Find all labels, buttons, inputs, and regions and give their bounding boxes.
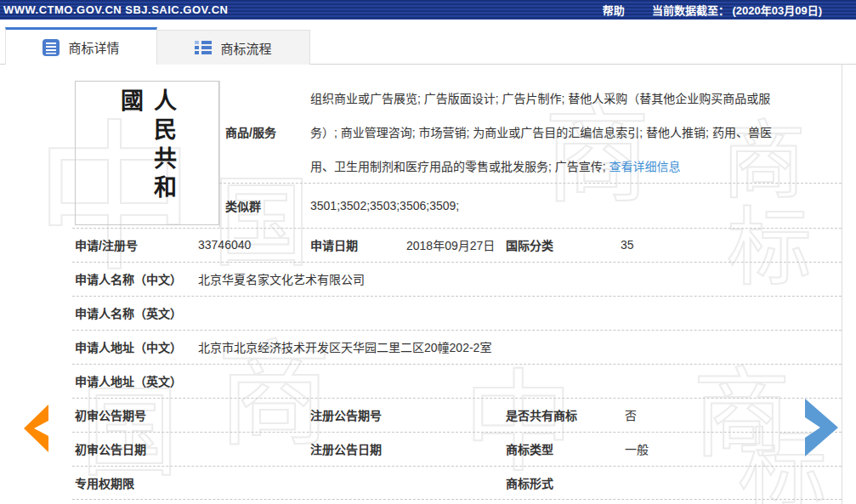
view-details-link[interactable]: 查看详细信息 bbox=[609, 160, 681, 173]
field-label-application-date: 申请日期 bbox=[310, 228, 358, 262]
field-value-goods-services: 组织商业或广告展览; 广告版面设计; 广告片制作; 替他人采购（替其他企业购买商… bbox=[310, 82, 774, 184]
row-separator bbox=[72, 262, 842, 263]
row-separator bbox=[72, 466, 842, 467]
tab-trademark-detail[interactable]: 商标详情 bbox=[5, 27, 157, 65]
field-label-applicant-name-en: 申请人名称（英文） bbox=[75, 296, 182, 330]
row-separator bbox=[72, 432, 842, 433]
field-value-application-number: 33746040 bbox=[198, 228, 251, 262]
data-cutoff-date: 当前数据截至： (2020年03月09日) bbox=[652, 2, 822, 18]
field-label-trademark-form: 商标形式 bbox=[506, 466, 553, 500]
field-label-prelim-gazette-date: 初审公告日期 bbox=[75, 432, 146, 466]
row-separator bbox=[72, 364, 842, 365]
field-label-exclusive-right-period: 专用权期限 bbox=[75, 466, 134, 500]
process-list-icon bbox=[195, 39, 212, 56]
field-value-is-shared-trademark: 否 bbox=[625, 398, 637, 432]
field-label-is-shared-trademark: 是否共有商标 bbox=[506, 398, 577, 432]
document-list-icon bbox=[43, 39, 60, 56]
field-value-similar-group: 3501;3502;3503;3506;3509; bbox=[310, 183, 459, 228]
previous-record-arrow[interactable] bbox=[23, 405, 49, 452]
trademark-detail-page: WWW.CTMO.GOV.CN SBJ.SAIC.GOV.CN 帮助 当前数据截… bbox=[0, 0, 856, 504]
goods-services-text: 组织商业或广告展览; 广告版面设计; 广告片制作; 替他人采购（替其他企业购买商… bbox=[310, 92, 772, 173]
field-label-prelim-gazette-no: 初审公告期号 bbox=[75, 398, 146, 432]
field-value-application-date: 2018年09月27日 bbox=[406, 228, 495, 262]
field-label-applicant-addr-en: 申请人地址（英文） bbox=[75, 364, 182, 398]
field-label-applicant-addr-cn: 申请人地址（中文） bbox=[75, 330, 182, 364]
row-separator bbox=[72, 499, 842, 500]
image-cell-divider bbox=[219, 81, 220, 228]
field-value-international-class: 35 bbox=[621, 228, 634, 262]
trademark-image: 人民共和國 bbox=[75, 81, 219, 225]
tab-label: 商标流程 bbox=[220, 39, 271, 57]
field-label-goods-services: 商品/服务 bbox=[225, 81, 276, 183]
field-label-reg-gazette-no: 注册公告期号 bbox=[310, 398, 382, 432]
next-record-arrow[interactable] bbox=[805, 399, 839, 456]
row-separator bbox=[72, 296, 842, 297]
topbar: WWW.CTMO.GOV.CN SBJ.SAIC.GOV.CN 帮助 当前数据截… bbox=[0, 0, 856, 20]
panel-right-border bbox=[842, 64, 842, 504]
trademark-image-text: 人民共和國 bbox=[114, 88, 180, 224]
tab-trademark-process[interactable]: 商标流程 bbox=[157, 30, 310, 65]
watermark-glyph: 商 bbox=[693, 365, 791, 463]
help-link[interactable]: 帮助 bbox=[603, 2, 625, 18]
field-label-similar-group: 类似群 bbox=[225, 183, 261, 228]
field-label-applicant-name-cn: 申请人名称（中文） bbox=[75, 262, 182, 296]
watermark-glyph: 标 bbox=[727, 206, 812, 291]
field-label-application-number: 申请/注册号 bbox=[75, 228, 138, 262]
field-label-reg-gazette-date: 注册公告日期 bbox=[310, 432, 382, 466]
tab-label: 商标详情 bbox=[68, 38, 119, 56]
field-value-applicant-name-cn: 北京华夏名家文化艺术有限公司 bbox=[198, 262, 365, 296]
field-value-applicant-addr-cn: 北京市北京经济技术开发区天华园二里二区20幢202-2室 bbox=[198, 330, 491, 364]
field-value-trademark-type: 一般 bbox=[625, 432, 649, 466]
row-separator bbox=[72, 398, 842, 399]
field-label-trademark-type: 商标类型 bbox=[506, 432, 553, 466]
field-label-international-class: 国际分类 bbox=[506, 228, 553, 262]
site-domains: WWW.CTMO.GOV.CN SBJ.SAIC.GOV.CN bbox=[0, 3, 228, 16]
